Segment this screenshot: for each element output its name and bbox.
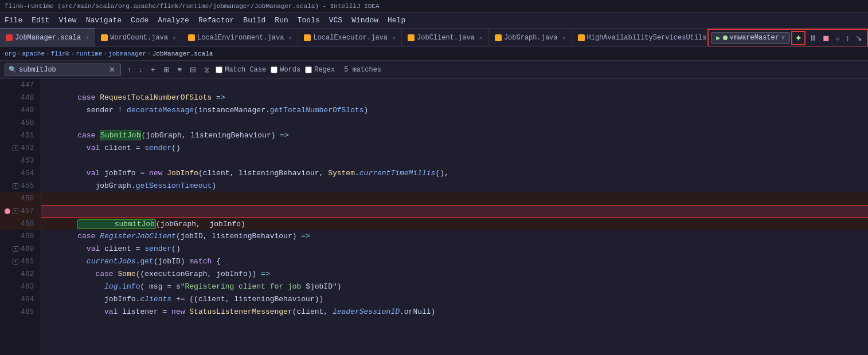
share-button[interactable]: ↘ bbox=[853, 32, 865, 44]
tab-wordcount-close[interactable]: ✕ bbox=[173, 34, 176, 41]
line-462: 462 bbox=[0, 268, 41, 281]
line-450: 450 bbox=[0, 117, 41, 129]
vm-dropdown-icon: ▼ bbox=[781, 35, 785, 41]
breadcrumb-flink[interactable]: flink bbox=[51, 50, 70, 57]
search-options-button[interactable]: + bbox=[149, 65, 157, 74]
tab-wordcount-label: WordCount.java bbox=[110, 34, 168, 42]
regex-checkbox[interactable] bbox=[305, 66, 312, 73]
menu-help[interactable]: Help bbox=[388, 16, 405, 25]
code-line-457: submitJob(jobGraph, jobInfo) bbox=[41, 205, 868, 218]
line-numbers: 447 448 449 450 451 ▾ 452 453 454 ▾ 455 … bbox=[0, 79, 41, 355]
menu-file[interactable]: File bbox=[5, 16, 22, 25]
fold-457[interactable]: ▾ bbox=[13, 208, 18, 214]
code-content[interactable]: case RequestTotalNumberOfSlots => sender… bbox=[41, 79, 868, 355]
match-case-option[interactable]: Match Case bbox=[216, 66, 266, 74]
java-icon bbox=[101, 34, 108, 41]
search-filter-button[interactable]: ⊞ bbox=[162, 65, 171, 74]
vm-run-button[interactable]: ▶ vmwareMaster ▼ bbox=[711, 32, 790, 44]
clear-search-button[interactable]: ✕ bbox=[107, 65, 117, 74]
coverage-button[interactable]: ⬦ bbox=[833, 32, 842, 44]
breadcrumb-jobmanager[interactable]: jobmanager bbox=[108, 50, 146, 57]
fold-460[interactable]: ▾ bbox=[13, 246, 18, 252]
line-459: 459 bbox=[0, 230, 41, 243]
menu-refactor[interactable]: Refactor bbox=[198, 16, 234, 25]
words-checkbox[interactable] bbox=[271, 66, 277, 73]
tab-jobmanager[interactable]: JobManager.scala ✕ bbox=[0, 29, 95, 47]
line-457: ▾ 457 bbox=[0, 205, 41, 218]
line-456: 456 bbox=[0, 192, 41, 205]
line-464: 464 bbox=[0, 293, 41, 306]
tab-wordcount[interactable]: WordCount.java ✕ bbox=[95, 29, 182, 47]
scala-icon bbox=[6, 34, 13, 41]
menu-window[interactable]: Window bbox=[351, 16, 378, 25]
code-line-465: val listener = new StatusListenerMesseng… bbox=[41, 306, 868, 318]
words-option[interactable]: Words bbox=[271, 66, 300, 74]
pause-button[interactable]: ⏸ bbox=[807, 32, 819, 44]
menu-build[interactable]: Build bbox=[243, 16, 265, 25]
nav-breadcrumb: org › apache › flink › runtime › jobmana… bbox=[0, 47, 868, 61]
search-next-button[interactable]: ↓ bbox=[138, 65, 145, 74]
top-right-toolbar: ▶ vmwareMaster ▼ ✦ ⏸ ◼ ⬦ ↕ ↘ bbox=[707, 29, 868, 47]
search-prev-button[interactable]: ↑ bbox=[126, 65, 133, 74]
match-count: 5 matches bbox=[344, 66, 381, 74]
search-input[interactable] bbox=[19, 66, 105, 74]
tab-jobgraph-close[interactable]: ✕ bbox=[562, 34, 566, 41]
tab-localenv-label: LocalEnvironment.java bbox=[197, 34, 284, 42]
line-461: ▾ 461 bbox=[0, 255, 41, 268]
search-bar: 🔍 ✕ ↑ ↓ + ⊞ ≡ ⊟ ⧖ Match Case Words Regex… bbox=[0, 61, 868, 79]
tab-localenv[interactable]: LocalEnvironment.java ✕ bbox=[182, 29, 298, 47]
regex-option[interactable]: Regex bbox=[305, 66, 335, 74]
line-454: 454 bbox=[0, 167, 41, 180]
search-funnel-button[interactable]: ⧖ bbox=[202, 65, 211, 74]
tab-jobmanager-label: JobManager.scala bbox=[15, 34, 81, 42]
code-line-463: log.info( msg = s"Registering client for… bbox=[41, 281, 868, 293]
tab-jobgraph[interactable]: JobGraph.java ✕ bbox=[489, 29, 572, 47]
breadcrumb-org[interactable]: org bbox=[5, 50, 16, 57]
code-line-456 bbox=[41, 192, 868, 205]
fold-455[interactable]: ▾ bbox=[13, 183, 18, 189]
menu-bar: File Edit View Navigate Code Analyze Ref… bbox=[0, 13, 868, 29]
tab-highavail-label: HighAvailabilityServicesUtils.java bbox=[587, 34, 728, 42]
tab-localexec[interactable]: LocalExecutor.java ✕ bbox=[298, 29, 402, 47]
menu-navigate[interactable]: Navigate bbox=[86, 16, 122, 25]
tab-jobclient[interactable]: JobClient.java ✕ bbox=[402, 29, 489, 47]
menu-tools[interactable]: Tools bbox=[298, 16, 320, 25]
tab-jobclient-close[interactable]: ✕ bbox=[479, 34, 483, 41]
submit-job-highlight: submitJob bbox=[77, 219, 156, 229]
breadcrumb-apache[interactable]: apache bbox=[22, 50, 45, 57]
run-icon: ▶ bbox=[716, 34, 720, 42]
java-icon-6 bbox=[578, 34, 585, 41]
match-case-checkbox[interactable] bbox=[216, 66, 222, 73]
menu-code[interactable]: Code bbox=[131, 16, 148, 25]
menu-view[interactable]: View bbox=[58, 16, 76, 25]
code-line-452: val client = sender() bbox=[41, 142, 868, 155]
line-458: 458 bbox=[0, 218, 41, 230]
regex-label: Regex bbox=[314, 66, 335, 74]
line-452: ▾ 452 bbox=[0, 142, 41, 155]
fold-452[interactable]: ▾ bbox=[13, 145, 18, 151]
stop-button[interactable]: ◼ bbox=[820, 32, 832, 44]
code-line-461: currentJobs.get(jobID) match { bbox=[41, 255, 868, 268]
tab-jobgraph-label: JobGraph.java bbox=[504, 34, 558, 42]
breakpoint-toggle-button[interactable]: ✦ bbox=[791, 31, 806, 45]
menu-vcs[interactable]: VCS bbox=[329, 16, 342, 25]
search-mode-button[interactable]: ⊟ bbox=[188, 65, 198, 74]
profile-button[interactable]: ↕ bbox=[843, 32, 852, 44]
tab-localexec-close[interactable]: ✕ bbox=[392, 34, 396, 41]
menu-analyze[interactable]: Analyze bbox=[158, 16, 189, 25]
menu-edit[interactable]: Edit bbox=[32, 16, 49, 25]
fold-461[interactable]: ▾ bbox=[13, 259, 18, 265]
title-bar: flink-runtime (src/main/scala/org.apache… bbox=[0, 0, 868, 13]
breadcrumb-runtime[interactable]: runtime bbox=[76, 50, 102, 57]
menu-run[interactable]: Run bbox=[275, 16, 288, 25]
words-label: Words bbox=[280, 66, 300, 74]
java-icon-5 bbox=[495, 34, 502, 41]
tab-localenv-close[interactable]: ✕ bbox=[288, 34, 292, 41]
code-line-464: jobInfo.clients += ((client, listeningBe… bbox=[41, 293, 868, 306]
code-line-453 bbox=[41, 155, 868, 167]
search-context-button[interactable]: ≡ bbox=[176, 65, 184, 74]
breakpoint-dot[interactable] bbox=[5, 208, 10, 214]
tab-jobmanager-close[interactable]: ✕ bbox=[85, 34, 89, 41]
java-icon-4 bbox=[408, 34, 415, 41]
breadcrumb-file[interactable]: JobManager.scala bbox=[153, 50, 213, 57]
